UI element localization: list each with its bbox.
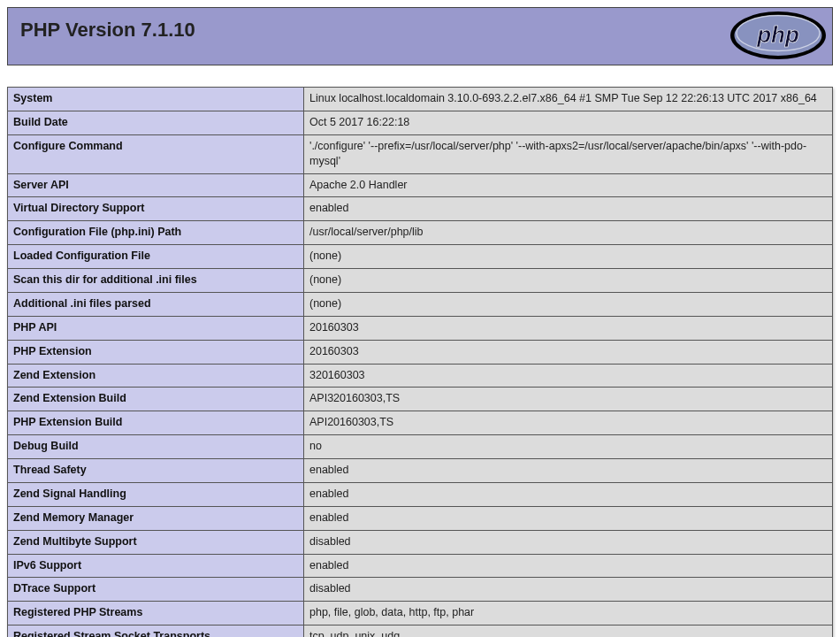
config-key: DTrace Support [8,578,304,602]
table-row: Configuration File (php.ini) Path/usr/lo… [8,221,833,245]
table-row: PHP Extension20160303 [8,340,833,364]
config-key: Build Date [8,111,304,134]
table-row: Loaded Configuration File(none) [8,245,833,269]
table-row: IPv6 Supportenabled [8,554,833,578]
table-row: Configure Command'./configure' '--prefix… [8,134,833,173]
table-row: Zend Multibyte Supportdisabled [8,530,833,554]
config-value: enabled [304,554,833,578]
config-value: disabled [304,578,833,602]
config-value: (none) [304,269,833,293]
config-key: Server API [8,173,304,197]
config-value: './configure' '--prefix=/usr/local/serve… [304,134,833,173]
config-value: enabled [304,482,833,506]
table-row: Build DateOct 5 2017 16:22:18 [8,111,833,134]
config-value: php, file, glob, data, http, ftp, phar [304,602,833,625]
table-row: Scan this dir for additional .ini files(… [8,269,833,293]
config-key: Zend Extension Build [8,388,304,411]
table-row: Virtual Directory Supportenabled [8,197,833,221]
config-key: PHP Extension Build [8,411,304,435]
config-value: Oct 5 2017 16:22:18 [304,111,833,134]
config-key: PHP API [8,316,304,340]
table-row: PHP API20160303 [8,316,833,340]
table-row: Zend Extension320160303 [8,364,833,388]
table-row: Zend Extension BuildAPI320160303,TS [8,388,833,411]
config-key: Configuration File (php.ini) Path [8,221,304,245]
table-row: Zend Signal Handlingenabled [8,482,833,506]
config-key: Registered Stream Socket Transports [8,625,304,637]
config-key: Zend Signal Handling [8,482,304,506]
table-row: Debug Buildno [8,435,833,459]
config-value: enabled [304,459,833,483]
phpinfo-table: SystemLinux localhost.localdomain 3.10.0… [7,87,833,637]
config-value: API20160303,TS [304,411,833,435]
config-key: Thread Safety [8,459,304,483]
php-version-banner: PHP Version 7.1.10 php [7,7,833,65]
config-key: Configure Command [8,134,304,173]
config-key: Debug Build [8,435,304,459]
table-row: Registered PHP Streamsphp, file, glob, d… [8,602,833,625]
config-value: enabled [304,506,833,530]
config-value: enabled [304,197,833,221]
config-key: Virtual Directory Support [8,197,304,221]
config-value: (none) [304,292,833,316]
table-row: PHP Extension BuildAPI20160303,TS [8,411,833,435]
table-row: Thread Safetyenabled [8,459,833,483]
config-key: Registered PHP Streams [8,602,304,625]
config-value: tcp, udp, unix, udg [304,625,833,637]
config-key: System [8,88,304,111]
config-value: /usr/local/server/php/lib [304,221,833,245]
table-row: SystemLinux localhost.localdomain 3.10.0… [8,88,833,111]
config-value: 20160303 [304,340,833,364]
table-row: Zend Memory Managerenabled [8,506,833,530]
table-row: Additional .ini files parsed(none) [8,292,833,316]
table-row: Registered Stream Socket Transportstcp, … [8,625,833,637]
config-value: disabled [304,530,833,554]
config-key: Additional .ini files parsed [8,292,304,316]
config-key: Scan this dir for additional .ini files [8,269,304,293]
config-value: Linux localhost.localdomain 3.10.0-693.2… [304,88,833,111]
php-logo-icon: php [729,11,827,60]
config-value: 20160303 [304,316,833,340]
config-value: API320160303,TS [304,388,833,411]
config-value: Apache 2.0 Handler [304,173,833,197]
config-value: no [304,435,833,459]
table-row: Server APIApache 2.0 Handler [8,173,833,197]
php-version-title: PHP Version 7.1.10 [20,19,820,42]
config-key: IPv6 Support [8,554,304,578]
config-value: 320160303 [304,364,833,388]
config-key: Zend Extension [8,364,304,388]
svg-text:php: php [756,21,799,48]
config-key: Loaded Configuration File [8,245,304,269]
table-row: DTrace Supportdisabled [8,578,833,602]
config-key: Zend Multibyte Support [8,530,304,554]
config-key: PHP Extension [8,340,304,364]
config-value: (none) [304,245,833,269]
config-key: Zend Memory Manager [8,506,304,530]
